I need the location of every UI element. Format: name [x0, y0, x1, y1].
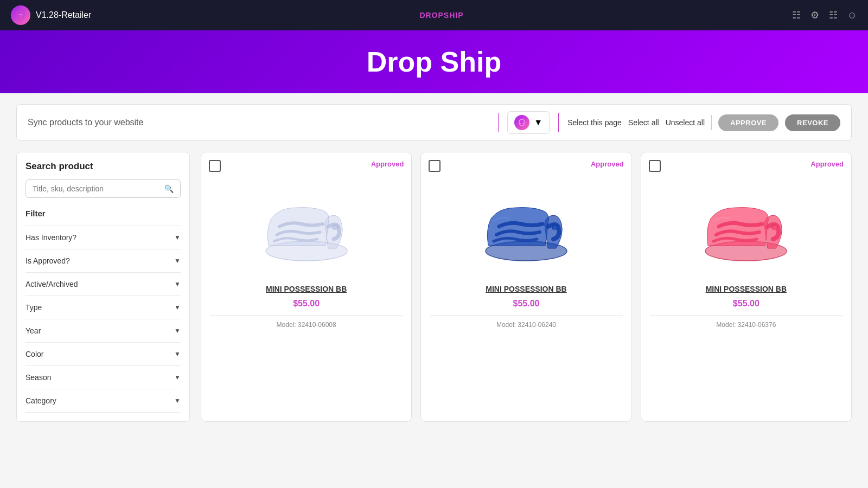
hero-title: Drop Ship	[15, 46, 853, 78]
product-price-2: $55.00	[513, 299, 540, 309]
approved-badge-3: Approved	[810, 160, 844, 168]
sync-text: Sync products to your website	[28, 118, 489, 127]
product-image-1	[252, 170, 361, 278]
filter-active-archived[interactable]: Active/Archived ▼	[25, 272, 181, 296]
filter-is-approved[interactable]: Is Approved? ▼	[25, 249, 181, 272]
svg-rect-5	[772, 225, 777, 229]
product-divider-1	[210, 315, 403, 316]
chevron-is-approved: ▼	[174, 257, 181, 265]
approved-badge-1: Approved	[371, 160, 404, 168]
chevron-category: ▼	[174, 397, 181, 404]
revoke-button[interactable]: REVOKE	[785, 114, 840, 131]
product-model-2: Model: 32410-06240	[496, 321, 556, 329]
filter-label-color: Color	[25, 350, 43, 358]
approved-badge-2: Approved	[591, 160, 624, 168]
apps-icon[interactable]: ☷	[829, 9, 838, 21]
product-name-2: MINI POSSESSION BB	[486, 285, 566, 293]
product-checkbox-2[interactable]	[429, 160, 441, 172]
filter-type[interactable]: Type ▼	[25, 296, 181, 319]
nav-icons: ☷ ⚙ ☷ ☺	[792, 9, 857, 21]
product-price-1: $55.00	[293, 299, 320, 309]
filter-season[interactable]: Season ▼	[25, 365, 181, 389]
chevron-season: ▼	[174, 374, 181, 381]
top-navigation: V1.28-Retailer DROPSHIP ☷ ⚙ ☷ ☺	[0, 0, 868, 30]
product-checkbox-3[interactable]	[649, 160, 661, 172]
toolbar: Sync products to your website ▼ Select t…	[16, 104, 852, 141]
main-content: Sync products to your website ▼ Select t…	[0, 93, 868, 433]
search-section-title: Search product	[25, 161, 181, 172]
select-page-link[interactable]: Select this page	[567, 118, 622, 127]
brand-selector[interactable]: ▼	[507, 111, 550, 134]
product-card-1: Approved	[201, 152, 412, 422]
product-checkbox-1[interactable]	[209, 160, 221, 172]
filter-label-category: Category	[25, 396, 56, 405]
select-all-link[interactable]: Select all	[628, 118, 659, 127]
toolbar-actions: Select this page Select all Unselect all…	[567, 114, 840, 131]
settings-icon[interactable]: ⚙	[810, 9, 819, 21]
product-card-2: Approved	[420, 152, 631, 422]
chevron-active-archived: ▼	[174, 280, 181, 288]
product-grid: Approved	[201, 152, 852, 422]
product-divider-3	[650, 315, 843, 316]
product-model-1: Model: 32410-06008	[277, 321, 336, 329]
product-image-3	[692, 170, 800, 278]
filter-category[interactable]: Category ▼	[25, 389, 181, 413]
product-card-3: Approved	[641, 152, 852, 422]
filter-label-season: Season	[25, 373, 51, 382]
reports-icon[interactable]: ☷	[792, 9, 801, 21]
nav-center-label[interactable]: DROPSHIP	[419, 11, 463, 20]
filter-label-has-inventory: Has Inventory?	[25, 233, 76, 242]
dropdown-arrow: ▼	[534, 118, 542, 127]
brand-logo-small	[514, 115, 529, 130]
filter-color[interactable]: Color ▼	[25, 342, 181, 365]
chevron-year: ▼	[174, 327, 181, 335]
toolbar-divider-2	[558, 113, 559, 132]
product-image-2	[472, 170, 580, 278]
filter-has-inventory[interactable]: Has Inventory? ▼	[25, 226, 181, 249]
nav-brand: V1.28-Retailer	[11, 5, 91, 25]
chevron-color: ▼	[174, 350, 181, 358]
app-version: V1.28-Retailer	[36, 10, 91, 20]
search-icon: 🔍	[164, 184, 174, 193]
product-model-3: Model: 32410-06376	[716, 321, 776, 329]
unselect-all-link[interactable]: Unselect all	[666, 118, 705, 127]
search-input[interactable]	[33, 184, 160, 193]
search-box[interactable]: 🔍	[25, 179, 181, 198]
svg-rect-3	[552, 225, 558, 229]
filter-label-year: Year	[25, 326, 41, 335]
filter-title: Filter	[25, 209, 181, 218]
chevron-type: ▼	[174, 304, 181, 311]
sidebar: Search product 🔍 Filter Has Inventory? ▼…	[16, 152, 190, 422]
toolbar-divider-1	[498, 113, 499, 132]
filter-label-type: Type	[25, 303, 42, 312]
product-name-3: MINI POSSESSION BB	[706, 285, 787, 293]
svg-rect-1	[333, 225, 338, 229]
chevron-has-inventory: ▼	[174, 234, 181, 241]
filter-label-active-archived: Active/Archived	[25, 280, 78, 288]
hero-banner: Drop Ship	[0, 30, 868, 93]
toolbar-sep	[711, 115, 712, 130]
product-name-1: MINI POSSESSION BB	[266, 285, 347, 293]
filter-label-is-approved: Is Approved?	[25, 256, 70, 265]
content-layout: Search product 🔍 Filter Has Inventory? ▼…	[16, 152, 852, 422]
product-divider-2	[430, 315, 622, 316]
product-price-3: $55.00	[733, 299, 760, 309]
user-icon[interactable]: ☺	[847, 10, 857, 21]
approve-button[interactable]: APPROVE	[718, 114, 778, 131]
brand-logo	[11, 5, 30, 25]
filter-year[interactable]: Year ▼	[25, 319, 181, 342]
